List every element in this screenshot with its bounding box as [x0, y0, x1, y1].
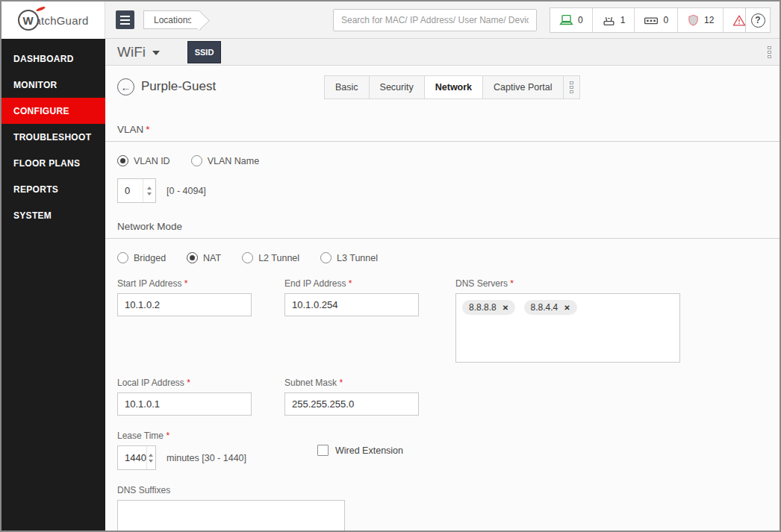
settings-tabs: Basic Security Network Captive Portal: [325, 75, 580, 99]
logo-w-icon: W: [18, 10, 39, 31]
start-ip-field-group: Start IP Address *: [117, 278, 252, 316]
ssid-tab[interactable]: SSID: [187, 41, 221, 63]
sidebar-item-reports[interactable]: REPORTS: [1, 176, 105, 202]
dns-suffixes-label: DNS Suffixes: [117, 485, 345, 495]
radio-bridged[interactable]: Bridged: [117, 252, 166, 263]
tab-captive-portal[interactable]: Captive Portal: [482, 75, 564, 99]
radio-unselected-icon: [191, 155, 202, 166]
start-ip-input[interactable]: [117, 293, 252, 316]
app-frame: W atchGuard Locations 0: [0, 0, 781, 532]
wired-extension-label: Wired Extension: [335, 445, 403, 456]
page-title: Purple-Guest: [141, 79, 216, 94]
tab-basic[interactable]: Basic: [324, 75, 370, 99]
sidebar-item-floor-plans[interactable]: FLOOR PLANS: [1, 150, 105, 176]
watchguard-logo: W atchGuard: [18, 10, 89, 31]
switches-count: 0: [663, 15, 668, 25]
sidebar-item-monitor[interactable]: MONITOR: [1, 72, 105, 98]
main-panel: WiFi SSID ← Purple-Guest Basic Security …: [105, 39, 780, 531]
radio-l2-tunnel-label: L2 Tunnel: [258, 253, 299, 263]
sidebar-item-dashboard[interactable]: DASHBOARD: [1, 46, 105, 72]
lease-time-label: Lease Time *: [117, 431, 284, 441]
chip-close-icon[interactable]: ✕: [564, 304, 570, 312]
subnet-mask-input[interactable]: [284, 392, 419, 416]
chip-close-icon[interactable]: ✕: [502, 304, 508, 312]
wired-extension-checkbox[interactable]: Wired Extension: [317, 445, 403, 456]
required-marker: *: [166, 431, 169, 441]
radio-selected-icon: [117, 155, 128, 166]
radio-nat-label: NAT: [203, 253, 221, 263]
tabs-kebab-menu-icon[interactable]: [563, 75, 580, 99]
vlan-id-value: 0: [118, 185, 143, 196]
vlan-id-stepper[interactable]: 0: [117, 178, 156, 203]
dns-servers-field-group: DNS Servers * 8.8.8.8 ✕ 8.8.4.4 ✕: [455, 278, 680, 363]
required-marker: *: [146, 124, 149, 135]
status-client-devices[interactable]: 0: [550, 8, 592, 32]
vlan-section-header: VLAN*: [105, 124, 780, 135]
required-marker: *: [339, 378, 343, 388]
local-ip-input[interactable]: [117, 392, 252, 416]
dns-servers-label-text: DNS Servers: [455, 278, 508, 289]
status-access-points[interactable]: 1: [592, 8, 635, 32]
subnet-mask-label: Subnet Mask *: [284, 378, 419, 388]
local-ip-field-group: Local IP Address *: [117, 378, 252, 416]
required-marker: *: [187, 378, 190, 388]
back-arrow-icon: ←: [121, 81, 131, 93]
radio-selected-icon: [187, 252, 198, 263]
local-ip-label-text: Local IP Address: [117, 378, 184, 388]
radio-vlan-name-label: VLAN Name: [208, 156, 259, 166]
stepper-arrows-icon[interactable]: [143, 179, 155, 202]
dns-suffixes-textarea[interactable]: [117, 500, 345, 531]
module-toolbar: WiFi SSID: [105, 39, 780, 66]
lease-time-stepper[interactable]: 1440: [117, 445, 156, 470]
network-mode-title: Network Mode: [117, 221, 182, 232]
vlan-id-input-row: 0 [0 - 4094]: [117, 178, 780, 203]
client-devices-count: 0: [578, 15, 583, 25]
toolbar-kebab-menu-icon[interactable]: [768, 46, 771, 58]
status-switches[interactable]: 0: [634, 8, 677, 32]
security-count: 12: [704, 15, 714, 25]
menu-hamburger-icon[interactable]: [116, 10, 134, 29]
dns-chip: 8.8.4.4 ✕: [524, 300, 577, 315]
radio-l3-tunnel[interactable]: L3 Tunnel: [320, 252, 378, 263]
sidebar-item-system[interactable]: SYSTEM: [1, 202, 105, 228]
radio-vlan-name[interactable]: VLAN Name: [191, 155, 259, 166]
radio-l3-tunnel-label: L3 Tunnel: [337, 253, 378, 263]
checkbox-unchecked-icon: [317, 445, 329, 456]
sidebar-item-troubleshoot[interactable]: TROUBLESHOOT: [1, 124, 105, 150]
dns-servers-input[interactable]: 8.8.8.8 ✕ 8.8.4.4 ✕: [455, 293, 680, 363]
radio-l2-tunnel[interactable]: L2 Tunnel: [242, 252, 299, 263]
back-button[interactable]: ←: [117, 78, 134, 96]
lease-time-label-text: Lease Time: [117, 431, 164, 441]
dns-chip: 8.8.8.8 ✕: [462, 300, 515, 315]
wifi-module-dropdown[interactable]: WiFi: [117, 44, 160, 60]
radio-vlan-id-label: VLAN ID: [134, 156, 170, 166]
help-button[interactable]: ?: [745, 7, 771, 33]
help-question-icon: ?: [751, 13, 765, 28]
radio-unselected-icon: [117, 252, 128, 263]
sidebar-item-configure[interactable]: CONFIGURE: [1, 98, 105, 124]
nat-settings-form: Start IP Address * End IP Address * DNS …: [105, 278, 780, 531]
section-divider: [105, 141, 780, 142]
subnet-mask-field-group: Subnet Mask *: [284, 378, 419, 416]
radio-vlan-id[interactable]: VLAN ID: [117, 155, 170, 166]
required-marker: *: [349, 278, 352, 289]
locations-breadcrumb[interactable]: Locations: [143, 10, 199, 29]
client-devices-icon: [559, 14, 573, 26]
radio-nat[interactable]: NAT: [187, 252, 221, 263]
radio-unselected-icon: [242, 252, 253, 263]
access-points-icon: [602, 14, 616, 26]
local-ip-label: Local IP Address *: [117, 378, 252, 388]
dns-suffixes-field-group: DNS Suffixes: [117, 485, 345, 531]
search-input[interactable]: [333, 9, 537, 31]
tab-network[interactable]: Network: [424, 75, 483, 99]
status-security[interactable]: 12: [677, 8, 723, 32]
stepper-arrows-icon[interactable]: [146, 446, 155, 469]
start-ip-label: Start IP Address *: [117, 278, 252, 289]
lease-time-hint: minutes [30 - 1440]: [167, 453, 246, 463]
required-marker: *: [510, 278, 514, 289]
tab-security[interactable]: Security: [369, 75, 425, 99]
end-ip-input[interactable]: [284, 293, 419, 316]
alerts-triangle-icon: [732, 14, 746, 27]
vlan-range-hint: [0 - 4094]: [167, 186, 206, 196]
dns-servers-label: DNS Servers *: [455, 278, 680, 289]
